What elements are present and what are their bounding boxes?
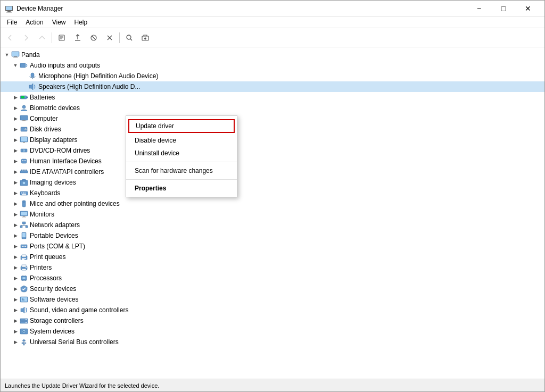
network-icon (20, 221, 28, 229)
tree-security[interactable]: Security devices (1, 283, 544, 294)
minimize-button[interactable]: − (467, 1, 491, 16)
tree-processors[interactable]: Processors (1, 273, 544, 283)
print-queues-icon (20, 253, 28, 261)
tree-biometric[interactable]: Biometric devices (1, 103, 544, 113)
tree-software[interactable]: Software devices (1, 294, 544, 305)
ide-label: IDE ATA/ATAPI controllers (30, 168, 544, 176)
menu-file[interactable]: File (3, 18, 21, 27)
properties-button[interactable] (54, 30, 69, 45)
tree-storage[interactable]: Storage controllers (1, 315, 544, 326)
speakers-label: Speakers (High Definition Audio D... (38, 83, 544, 90)
ports-label: Ports (COM & LPT) (30, 243, 544, 250)
tree-keyboards[interactable]: Keyboards (1, 188, 544, 198)
tree-computer[interactable]: Computer (1, 113, 544, 124)
svg-rect-36 (23, 142, 25, 143)
svg-rect-22 (31, 73, 34, 77)
tree-printers[interactable]: Printers (1, 262, 544, 273)
add-driver-button[interactable] (138, 30, 153, 45)
update-driver-toolbar-button[interactable] (70, 30, 85, 45)
svg-marker-93 (21, 307, 24, 313)
chevron-biometric (11, 104, 20, 112)
mouse-icon (20, 199, 28, 208)
speaker-icon (28, 82, 37, 91)
chevron-root (3, 51, 11, 59)
tree-root[interactable]: Panda (1, 49, 544, 60)
tree-microphone[interactable]: Microphone (High Definition Audio Device… (1, 71, 544, 81)
menu-action[interactable]: Action (21, 18, 47, 27)
display-label: Display adapters (30, 136, 544, 144)
menu-help[interactable]: Help (70, 18, 92, 27)
chevron-processors (11, 274, 20, 282)
uninstall-button[interactable] (102, 30, 117, 45)
tree-system[interactable]: System devices (1, 326, 544, 337)
window-title: Device Manager (16, 5, 467, 12)
svg-rect-82 (22, 277, 26, 279)
computer-label: Computer (30, 115, 544, 122)
back-button[interactable] (3, 30, 18, 45)
computer-icon (11, 51, 20, 59)
svg-rect-102 (22, 343, 23, 344)
tree-hid[interactable]: Human Interface Devices (1, 156, 544, 166)
forward-button[interactable] (19, 30, 34, 45)
tree-speakers[interactable]: Speakers (High Definition Audio D... (1, 81, 544, 92)
system-label: System devices (30, 328, 544, 335)
context-disable-device[interactable]: Disable device (126, 134, 237, 147)
biometric-icon (20, 104, 28, 112)
svg-point-68 (23, 238, 24, 239)
maximize-button[interactable]: □ (491, 1, 516, 16)
svg-rect-53 (24, 193, 26, 194)
svg-point-28 (22, 105, 26, 109)
menu-view[interactable]: View (48, 18, 70, 27)
svg-point-42 (24, 160, 26, 161)
context-uninstall-device[interactable]: Uninstall device (126, 147, 237, 160)
context-scan-hardware[interactable]: Scan for hardware changes (126, 164, 237, 177)
svg-point-70 (22, 246, 23, 247)
tree-usb[interactable]: Universal Serial Bus controllers (1, 337, 544, 347)
tree-audio-inputs[interactable]: Audio inputs and outputs (1, 60, 544, 71)
up-button[interactable] (35, 30, 49, 45)
svg-rect-29 (20, 115, 28, 120)
svg-point-71 (23, 246, 24, 247)
svg-rect-67 (22, 233, 26, 237)
tree-portable[interactable]: Portable Devices (1, 230, 544, 241)
tree-disk[interactable]: Disk drives (1, 124, 544, 135)
chevron-system (11, 327, 20, 336)
svg-rect-75 (22, 258, 26, 259)
tree-batteries[interactable]: Batteries (1, 92, 544, 103)
disable-button[interactable] (86, 30, 101, 45)
context-update-driver[interactable]: Update driver (128, 119, 235, 133)
svg-rect-46 (26, 170, 27, 171)
tree-network[interactable]: Network adapters (1, 220, 544, 230)
chevron-security (11, 285, 20, 293)
sound-icon (20, 306, 28, 314)
window-icon (5, 4, 13, 13)
device-tree: Panda Audio inputs and outputs (1, 47, 544, 349)
dvd-icon (20, 146, 28, 155)
svg-point-100 (23, 331, 24, 332)
tree-ports[interactable]: Ports (COM & LPT) (1, 241, 544, 252)
tree-mice[interactable]: Mice and other pointing devices (1, 198, 544, 209)
svg-rect-44 (21, 170, 22, 171)
chevron-network (11, 221, 20, 229)
content-area[interactable]: Panda Audio inputs and outputs (1, 47, 544, 379)
scan-button[interactable] (122, 30, 137, 45)
close-button[interactable]: ✕ (516, 1, 540, 16)
monitors-label: Monitors (30, 211, 544, 218)
tree-monitors[interactable]: Monitors (1, 209, 544, 220)
tree-print-queues[interactable]: Print queues (1, 252, 544, 262)
computer-icon-2 (20, 114, 28, 123)
tree-display[interactable]: Display adapters (1, 135, 544, 145)
network-label: Network adapters (30, 221, 544, 229)
context-properties[interactable]: Properties (126, 182, 237, 195)
tree-dvd[interactable]: DVD/CD-ROM drives (1, 145, 544, 156)
tree-sound[interactable]: Sound, video and game controllers (1, 305, 544, 315)
tree-imaging[interactable]: Imaging devices (1, 177, 544, 188)
tree-ide[interactable]: IDE ATA/ATAPI controllers (1, 166, 544, 177)
chevron-audio (11, 61, 20, 70)
svg-rect-1 (6, 6, 12, 10)
title-bar: Device Manager − □ ✕ (1, 1, 544, 16)
context-sep-2 (126, 179, 237, 180)
svg-line-10 (92, 36, 96, 39)
chevron-disk (11, 125, 20, 134)
svg-rect-20 (13, 57, 18, 58)
